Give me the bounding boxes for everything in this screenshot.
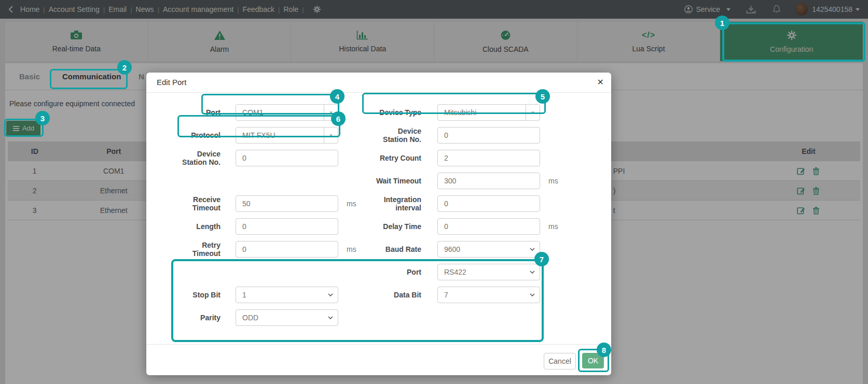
field-port: Port COM1 ▼ bbox=[157, 102, 338, 123]
field-integration-interval: Integration interval 0 bbox=[357, 193, 540, 215]
field-device-station-no: Device Station No. 0 bbox=[357, 124, 540, 146]
chevron-down-icon bbox=[328, 293, 333, 296]
dialog-header: Edit Port ✕ bbox=[146, 73, 611, 93]
field-label: Port bbox=[157, 108, 221, 117]
field-wait-timeout: Wait Timeout 300 ms bbox=[357, 170, 558, 192]
baud-rate-select[interactable]: 9600 bbox=[437, 241, 540, 258]
field-retry-count: Retry Count 2 bbox=[357, 147, 540, 169]
field-value: 2 bbox=[438, 154, 448, 162]
field-value: Mitsubishi bbox=[438, 108, 476, 117]
field-label: Receive Timeout bbox=[157, 195, 221, 212]
port-select[interactable]: COM1 ▼ bbox=[236, 104, 338, 121]
field-device-station-no: Device Station No. 0 bbox=[157, 147, 338, 169]
field-label: Retry Timeout bbox=[157, 241, 221, 258]
field-value: 0 bbox=[236, 222, 246, 231]
wait-timeout-input[interactable]: 300 bbox=[437, 173, 540, 189]
chevron-down-icon bbox=[530, 293, 535, 296]
parity-select[interactable]: ODD bbox=[236, 309, 338, 326]
length-input[interactable]: 0 bbox=[236, 218, 338, 235]
field-label: Stop Bit bbox=[157, 291, 221, 299]
field-label: Device Station No. bbox=[157, 150, 221, 166]
field-label: Wait Timeout bbox=[357, 177, 421, 185]
field-stop-bit: Stop Bit 1 bbox=[157, 284, 338, 306]
unit-label: ms bbox=[548, 222, 558, 231]
app-window: Home | Account Setting | Email | News | … bbox=[0, 0, 868, 384]
close-icon[interactable]: ✕ bbox=[597, 73, 604, 92]
unit-label: ms bbox=[347, 245, 356, 253]
device-station-input[interactable]: 0 bbox=[236, 150, 338, 166]
serial-port-select[interactable]: RS422 bbox=[437, 264, 540, 280]
field-serial-port: Port RS422 bbox=[357, 261, 540, 283]
field-label: Baud Rate bbox=[357, 245, 421, 253]
dropdown-arrow-icon: ▼ bbox=[526, 105, 540, 120]
retry-count-input[interactable]: 2 bbox=[437, 150, 540, 166]
chevron-down-icon bbox=[328, 316, 333, 319]
field-value: 0 bbox=[438, 200, 448, 208]
field-length: Length 0 bbox=[157, 216, 338, 237]
field-label: Protocol bbox=[157, 131, 221, 139]
field-value: 7 bbox=[438, 291, 448, 299]
dropdown-arrow-icon: ▼ bbox=[324, 105, 338, 120]
field-receive-timeout: Receive Timeout 50 ms bbox=[157, 193, 356, 215]
field-label: Device Station No. bbox=[357, 127, 421, 144]
field-value: 9600 bbox=[438, 245, 460, 253]
field-label: Device Type bbox=[357, 108, 421, 117]
dialog-footer: Cancel OK bbox=[146, 344, 611, 376]
edit-port-dialog: Edit Port ✕ Port COM1 ▼ Device Type Mits… bbox=[146, 73, 611, 375]
field-label: Integration interval bbox=[357, 195, 421, 212]
field-delay-time: Delay Time 0 ms bbox=[357, 216, 558, 237]
device-type-select[interactable]: Mitsubishi ▼ bbox=[437, 104, 540, 121]
field-value: 0 bbox=[438, 222, 448, 231]
unit-label: ms bbox=[347, 200, 356, 208]
field-baud-rate: Baud Rate 9600 bbox=[357, 238, 540, 260]
field-label: Data Bit bbox=[357, 291, 421, 299]
data-bit-select[interactable]: 7 bbox=[437, 287, 540, 303]
field-retry-timeout: Retry Timeout 0 ms bbox=[157, 238, 356, 260]
field-value: 300 bbox=[438, 177, 456, 185]
chevron-down-icon bbox=[530, 248, 535, 251]
field-value: 0 bbox=[236, 154, 246, 162]
field-value: 1 bbox=[236, 291, 246, 299]
dialog-title: Edit Port bbox=[157, 73, 187, 92]
field-data-bit: Data Bit 7 bbox=[357, 284, 540, 306]
field-value: MIT FX5U bbox=[236, 131, 275, 139]
field-value: 0 bbox=[438, 131, 448, 139]
field-label: Port bbox=[357, 268, 421, 276]
dropdown-arrow-icon: ▼ bbox=[324, 127, 338, 143]
field-label: Parity bbox=[157, 314, 221, 322]
delay-time-input[interactable]: 0 bbox=[437, 218, 540, 235]
unit-label: ms bbox=[548, 177, 558, 185]
field-protocol: Protocol MIT FX5U ▼ bbox=[157, 124, 338, 146]
receive-timeout-input[interactable]: 50 bbox=[236, 195, 338, 212]
field-value: 50 bbox=[236, 200, 251, 208]
protocol-select[interactable]: MIT FX5U ▼ bbox=[236, 127, 338, 144]
field-label: Delay Time bbox=[357, 222, 421, 231]
chevron-down-icon bbox=[530, 271, 535, 274]
cancel-button[interactable]: Cancel bbox=[544, 353, 576, 369]
field-device-type: Device Type Mitsubishi ▼ bbox=[357, 102, 540, 123]
field-label: Length bbox=[157, 222, 221, 231]
field-value: RS422 bbox=[438, 268, 466, 276]
field-value: COM1 bbox=[236, 108, 263, 117]
field-parity: Parity ODD bbox=[157, 307, 338, 329]
retry-timeout-input[interactable]: 0 bbox=[236, 241, 338, 258]
field-value: ODD bbox=[236, 314, 258, 322]
device-station-input[interactable]: 0 bbox=[437, 127, 540, 144]
field-label: Retry Count bbox=[357, 154, 421, 162]
field-value: 0 bbox=[236, 245, 246, 253]
stop-bit-select[interactable]: 1 bbox=[236, 287, 338, 303]
ok-button[interactable]: OK bbox=[582, 353, 604, 368]
integration-interval-input[interactable]: 0 bbox=[437, 195, 540, 212]
